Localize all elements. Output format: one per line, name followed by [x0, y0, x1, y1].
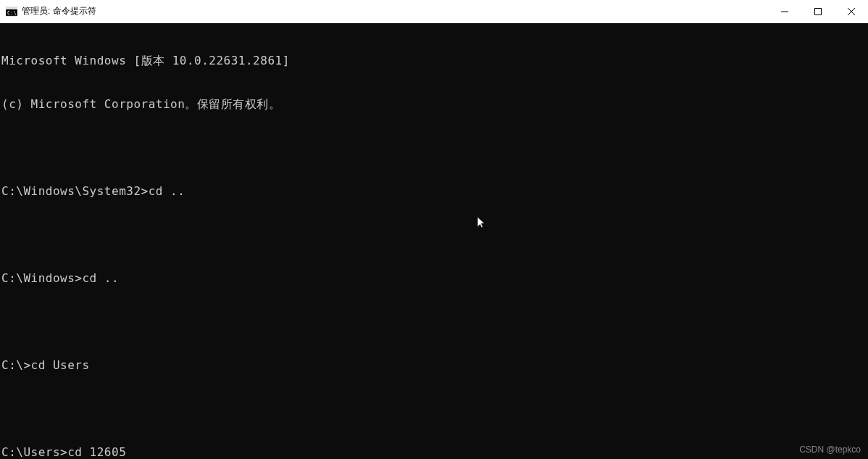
terminal-line: C:\Windows\System32>cd .. — [1, 184, 868, 199]
maximize-button[interactable] — [801, 0, 835, 22]
terminal-line: Microsoft Windows [版本 10.0.22631.2861] — [1, 54, 868, 68]
terminal-line: C:\Users>cd 12605 — [1, 445, 868, 459]
cmd-icon: C:\ — [6, 6, 17, 17]
svg-rect-4 — [815, 8, 822, 15]
titlebar-left: C:\ 管理员: 命令提示符 — [6, 5, 96, 17]
window-title: 管理员: 命令提示符 — [22, 5, 96, 17]
svg-text:C:\: C:\ — [7, 10, 17, 16]
terminal-line: C:\>cd Users — [1, 358, 868, 373]
close-button[interactable] — [835, 0, 868, 22]
terminal-line — [1, 315, 868, 329]
terminal-area[interactable]: Microsoft Windows [版本 10.0.22631.2861] (… — [0, 23, 868, 459]
window-controls — [768, 0, 868, 22]
minimize-button[interactable] — [768, 0, 801, 22]
terminal-line — [1, 402, 868, 416]
watermark: CSDN @tepkco — [799, 444, 861, 455]
terminal-line: (c) Microsoft Corporation。保留所有权利。 — [1, 97, 868, 112]
terminal-line — [1, 141, 868, 155]
terminal-line: C:\Windows>cd .. — [1, 271, 868, 286]
svg-rect-1 — [6, 7, 17, 9]
titlebar: C:\ 管理员: 命令提示符 — [0, 0, 868, 23]
mouse-cursor-icon — [448, 202, 456, 215]
terminal-line — [1, 228, 868, 242]
